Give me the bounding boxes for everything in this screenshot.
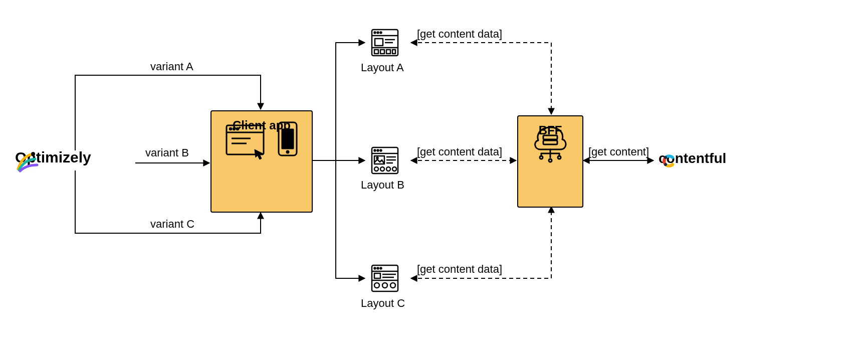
- svg-point-53: [374, 268, 376, 269]
- get-content-data-b-label: [get content data]: [417, 145, 502, 158]
- variant-a-label: variant A: [150, 60, 193, 73]
- svg-rect-42: [374, 156, 384, 164]
- svg-point-54: [377, 268, 379, 269]
- svg-point-9: [237, 128, 239, 130]
- svg-rect-33: [374, 50, 378, 54]
- svg-point-8: [233, 128, 235, 130]
- svg-point-60: [374, 283, 379, 288]
- svg-rect-34: [380, 50, 384, 54]
- svg-point-55: [380, 268, 382, 269]
- svg-point-49: [386, 167, 390, 171]
- svg-point-47: [374, 167, 378, 171]
- svg-point-20: [549, 159, 552, 162]
- layout-b-label: Layout B: [361, 179, 404, 192]
- svg-rect-5: [227, 125, 264, 154]
- svg-point-27: [377, 32, 379, 34]
- layout-a-label: Layout A: [361, 61, 404, 74]
- svg-rect-15: [543, 135, 557, 139]
- svg-rect-16: [543, 140, 557, 144]
- svg-point-62: [390, 283, 395, 288]
- svg-rect-56: [374, 273, 380, 278]
- svg-point-4: [31, 152, 35, 156]
- client-app-node: Client app: [210, 110, 313, 213]
- svg-point-41: [380, 150, 382, 151]
- svg-point-28: [380, 32, 382, 34]
- svg-point-14: [287, 151, 289, 153]
- svg-point-40: [377, 150, 379, 151]
- svg-rect-29: [375, 39, 383, 46]
- svg-point-63: [664, 156, 667, 159]
- variant-b-label: variant B: [145, 146, 189, 159]
- svg-point-64: [664, 163, 667, 166]
- optimizely-logo: Optimizely: [15, 149, 91, 166]
- svg-point-39: [374, 150, 376, 151]
- svg-point-48: [380, 167, 384, 171]
- get-content-label: [get content]: [588, 145, 649, 158]
- svg-point-26: [374, 32, 376, 34]
- bff-node: BFF: [517, 115, 583, 208]
- svg-point-43: [377, 157, 378, 159]
- contentful-logo: contentful: [659, 150, 726, 166]
- svg-rect-35: [386, 50, 390, 54]
- optimizely-icon: [15, 149, 39, 173]
- variant-c-label: variant C: [150, 218, 194, 231]
- get-content-data-c-label: [get content data]: [417, 263, 502, 276]
- svg-rect-13: [282, 129, 293, 148]
- svg-rect-36: [392, 50, 395, 54]
- get-content-data-a-label: [get content data]: [417, 28, 502, 41]
- diagram-connectors: [0, 0, 868, 340]
- contentful-icon: [659, 150, 679, 171]
- layout-c-label: Layout C: [361, 297, 405, 310]
- svg-point-50: [392, 167, 396, 171]
- svg-point-7: [230, 128, 232, 130]
- svg-point-61: [382, 283, 387, 288]
